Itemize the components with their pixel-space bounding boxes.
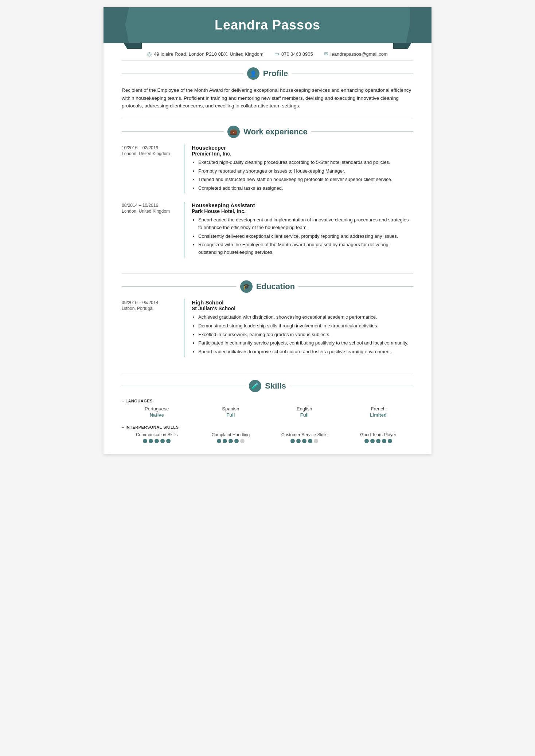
bullets-2: Spearheaded the development and implemen… (192, 216, 413, 256)
dot (166, 439, 171, 443)
edu-date-location-1: 09/2010 – 05/2014 Lisbon, Portugal (122, 299, 184, 357)
education-icon: 🎓 (240, 280, 253, 293)
lang-level-1: Full (196, 412, 266, 418)
work-entry-2: 08/2014 – 10/2016 London, United Kingdom… (122, 202, 413, 257)
lang-level-2: Full (269, 412, 340, 418)
profile-section-header: 👤 Profile (104, 61, 431, 83)
lang-level-3: Limited (343, 412, 414, 418)
edu-bullet-1-5: Spearheaded initiatives to improve schoo… (198, 348, 413, 356)
dot-empty (240, 439, 245, 443)
date-location-2: 08/2014 – 10/2016 London, United Kingdom (122, 202, 184, 257)
dot (234, 439, 239, 443)
email-item: ✉ leandrapassos@gmail.com (324, 51, 388, 57)
lang-name-0: Portuguese (122, 406, 192, 412)
dot (302, 439, 306, 443)
section-line-left-3 (122, 286, 237, 287)
entry-divider-2 (184, 202, 184, 257)
bullets-1: Executed high-quality cleaning procedure… (192, 159, 413, 192)
dot (290, 439, 295, 443)
skill-name-1: Complaint Handling (196, 432, 266, 437)
edu-bullets-1: Achieved graduation with distinction, sh… (192, 314, 413, 356)
lang-level-0: Native (122, 412, 192, 418)
job-title-1: Housekeeper (192, 145, 413, 151)
skills-section-header: 🧪 Skills (104, 373, 431, 395)
profile-icon: 👤 (247, 67, 259, 80)
work-experience-title: Work experience (243, 127, 308, 137)
edu-content-1: High School St Julian's School Achieved … (192, 299, 413, 357)
skill-dots-3 (343, 439, 414, 443)
language-french: French Limited (343, 406, 414, 418)
edu-bullet-1-4: Participated in community service projec… (198, 339, 413, 347)
dot (143, 439, 147, 443)
location-icon: ◎ (147, 51, 152, 57)
skill-name-0: Communication Skills (122, 432, 192, 437)
skill-name-2: Customer Service Skills (269, 432, 340, 437)
date-1: 10/2016 – 02/2019 (122, 145, 180, 150)
section-line-right-3 (298, 286, 413, 287)
education-title: Education (256, 282, 295, 291)
bullet-2-1: Spearheaded the development and implemen… (198, 216, 413, 232)
bullet-1-1: Executed high-quality cleaning procedure… (198, 159, 413, 166)
education-block: 09/2010 – 05/2014 Lisbon, Portugal High … (104, 296, 431, 373)
bullet-1-3: Trained and instructed new staff on hous… (198, 176, 413, 184)
work-entry-1: 10/2016 – 02/2019 London, United Kingdom… (122, 145, 413, 193)
edu-degree-1: High School (192, 299, 413, 306)
language-english: English Full (269, 406, 340, 418)
section-line-right-2 (311, 131, 413, 132)
edu-bullet-1-3: Excelled in coursework, earning top grad… (198, 331, 413, 339)
address-item: ◎ 49 Iolaire Road, London P210 0BX, Unit… (147, 51, 263, 57)
dot-empty (314, 439, 318, 443)
phone-item: ▭ 070 3468 8905 (274, 51, 313, 57)
section-line-left (122, 74, 243, 74)
edu-entry-1: 09/2010 – 05/2014 Lisbon, Portugal High … (122, 299, 413, 357)
email-icon: ✉ (324, 51, 328, 57)
dot (217, 439, 221, 443)
phone-text: 070 3468 8905 (281, 51, 313, 57)
education-section-header: 🎓 Education (104, 274, 431, 296)
header-banner: Leandra Passos (104, 7, 431, 43)
work-experience-block: 10/2016 – 02/2019 London, United Kingdom… (104, 141, 431, 273)
interpersonal-grid: Communication Skills Complaint Handling (122, 432, 413, 443)
company-2: Park House Hotel, Inc. (192, 208, 413, 214)
profile-text: Recipient of the Employee of the Month A… (104, 83, 431, 119)
section-line-left-2 (122, 131, 224, 132)
lang-name-1: Spanish (196, 406, 266, 412)
date-location-1: 10/2016 – 02/2019 London, United Kingdom (122, 145, 184, 193)
contact-row: ◎ 49 Iolaire Road, London P210 0BX, Unit… (104, 43, 431, 60)
skill-dots-1 (196, 439, 266, 443)
skill-customer-service: Customer Service Skills (269, 432, 340, 443)
location-1: London, United Kingdom (122, 151, 170, 156)
resume-container: Leandra Passos ◎ 49 Iolaire Road, London… (104, 7, 431, 454)
skills-block: – LANGUAGES Portuguese Native Spanish Fu… (104, 395, 431, 454)
interpersonal-label: – INTERPERSONAL SKILLS (122, 425, 413, 429)
ribbon-right (406, 7, 431, 43)
edu-bullet-1-2: Demonstrated strong leadership skills th… (198, 322, 413, 330)
company-1: Premier Inn, Inc. (192, 151, 413, 157)
dot (229, 439, 233, 443)
dot (149, 439, 153, 443)
skill-dots-0 (122, 439, 192, 443)
section-line-right-4 (290, 386, 413, 386)
skills-title: Skills (265, 381, 286, 391)
phone-icon: ▭ (274, 51, 279, 57)
edu-date-1: 09/2010 – 05/2014 (122, 300, 180, 305)
date-2: 08/2014 – 10/2016 (122, 203, 180, 208)
dot (376, 439, 380, 443)
dot (308, 439, 312, 443)
language-portuguese: Portuguese Native (122, 406, 192, 418)
dot (223, 439, 227, 443)
dot (370, 439, 375, 443)
skill-complaint: Complaint Handling (196, 432, 266, 443)
edu-location-1: Lisbon, Portugal (122, 306, 153, 311)
bullet-1-4: Completed additional tasks as assigned. (198, 185, 413, 192)
lang-name-2: English (269, 406, 340, 412)
languages-grid: Portuguese Native Spanish Full English F… (122, 406, 413, 418)
profile-title: Profile (263, 69, 288, 78)
lang-name-3: French (343, 406, 414, 412)
dot (296, 439, 301, 443)
section-line-right (292, 74, 413, 74)
edu-school-1: St Julian's School (192, 306, 413, 311)
bullet-2-2: Consistently delivered exceptional clien… (198, 233, 413, 240)
dot (382, 439, 386, 443)
languages-label: – LANGUAGES (122, 399, 413, 403)
